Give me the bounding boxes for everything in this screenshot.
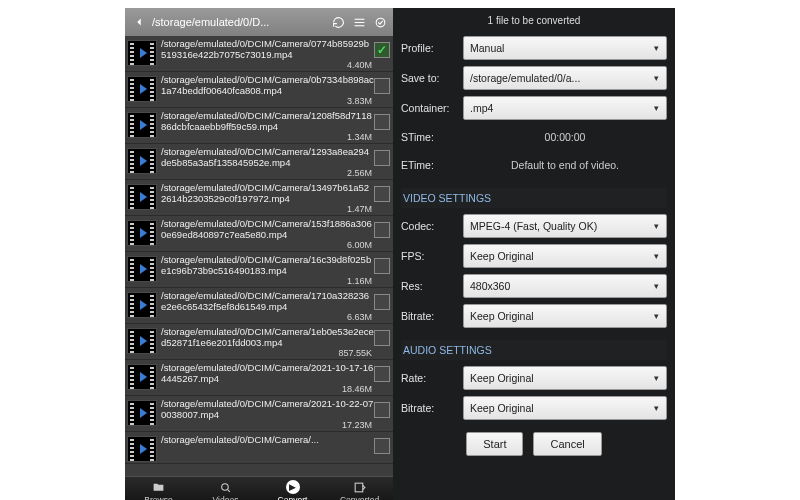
abitrate-label: Bitrate: xyxy=(401,402,457,414)
file-size: 1.47M xyxy=(161,204,374,214)
file-name: /storage/emulated/0/DCIM/Camera/1208f58d… xyxy=(161,110,374,132)
file-row[interactable]: /storage/emulated/0/DCIM/Camera/1293a8ea… xyxy=(125,144,393,180)
file-checkbox[interactable]: ✓ xyxy=(374,42,390,58)
svg-point-3 xyxy=(376,18,385,27)
file-checkbox[interactable] xyxy=(374,114,390,130)
file-size: 2.56M xyxy=(161,168,374,178)
file-checkbox[interactable] xyxy=(374,258,390,274)
file-list[interactable]: /storage/emulated/0/DCIM/Camera/0774b859… xyxy=(125,36,393,476)
file-browser-panel: /storage/emulated/0/D... /storage/emulat… xyxy=(125,8,393,500)
file-checkbox[interactable] xyxy=(374,150,390,166)
select-all-icon[interactable] xyxy=(371,13,389,31)
file-row[interactable]: /storage/emulated/0/DCIM/Camera/2021-10-… xyxy=(125,396,393,432)
file-checkbox[interactable] xyxy=(374,294,390,310)
file-row[interactable]: /storage/emulated/0/DCIM/Camera/0774b859… xyxy=(125,36,393,72)
back-button[interactable] xyxy=(129,12,149,32)
saveto-label: Save to: xyxy=(401,72,457,84)
codec-label: Codec: xyxy=(401,220,457,232)
refresh-icon[interactable] xyxy=(329,13,347,31)
video-section-header: VIDEO SETTINGS xyxy=(401,188,667,208)
file-checkbox[interactable] xyxy=(374,402,390,418)
video-thumb-icon xyxy=(127,40,157,66)
tab-converted[interactable]: Converted xyxy=(326,477,393,500)
tab-label: Converted xyxy=(340,495,379,501)
file-size: 6.00M xyxy=(161,240,374,250)
file-size: 3.83M xyxy=(161,96,374,106)
video-thumb-icon xyxy=(127,148,157,174)
current-path: /storage/emulated/0/D... xyxy=(152,16,326,28)
tab-label: Convert xyxy=(278,495,308,500)
video-thumb-icon xyxy=(127,220,157,246)
file-checkbox[interactable] xyxy=(374,438,390,454)
fps-select[interactable]: Keep Original xyxy=(463,244,667,268)
svg-rect-0 xyxy=(354,18,364,19)
video-thumb-icon xyxy=(127,436,157,462)
video-thumb-icon xyxy=(127,364,157,390)
res-select[interactable]: 480x360 xyxy=(463,274,667,298)
file-checkbox[interactable] xyxy=(374,186,390,202)
tab-convert[interactable]: ▶ Convert xyxy=(259,477,326,500)
file-name: /storage/emulated/0/DCIM/Camera/0774b859… xyxy=(161,38,374,60)
convert-settings-panel: 1 file to be converted Profile: Manual S… xyxy=(393,8,675,500)
bottom-nav: Browse Videos ▶ Convert Converted xyxy=(125,476,393,500)
svg-rect-1 xyxy=(354,21,364,22)
vbitrate-select[interactable]: Keep Original xyxy=(463,304,667,328)
file-checkbox[interactable] xyxy=(374,222,390,238)
convert-heading: 1 file to be converted xyxy=(401,12,667,36)
container-label: Container: xyxy=(401,102,457,114)
fps-label: FPS: xyxy=(401,250,457,262)
file-checkbox[interactable] xyxy=(374,330,390,346)
menu-icon[interactable] xyxy=(350,13,368,31)
start-button[interactable]: Start xyxy=(466,432,523,456)
file-size: 6.63M xyxy=(161,312,374,322)
container-select[interactable]: .mp4 xyxy=(463,96,667,120)
file-name: /storage/emulated/0/DCIM/Camera/1eb0e53e… xyxy=(161,326,374,348)
file-row[interactable]: /storage/emulated/0/DCIM/Camera/16c39d8f… xyxy=(125,252,393,288)
stime-label: STime: xyxy=(401,131,457,143)
file-size: 1.16M xyxy=(161,276,374,286)
video-thumb-icon xyxy=(127,400,157,426)
file-checkbox[interactable] xyxy=(374,366,390,382)
abitrate-select[interactable]: Keep Original xyxy=(463,396,667,420)
tab-label: Browse xyxy=(144,495,172,501)
video-thumb-icon xyxy=(127,292,157,318)
file-row[interactable]: /storage/emulated/0/DCIM/Camera/1eb0e53e… xyxy=(125,324,393,360)
svg-rect-5 xyxy=(355,483,363,492)
rate-label: Rate: xyxy=(401,372,457,384)
file-name: /storage/emulated/0/DCIM/Camera/2021-10-… xyxy=(161,398,374,420)
file-row[interactable]: /storage/emulated/0/DCIM/Camera/13497b61… xyxy=(125,180,393,216)
file-row[interactable]: /storage/emulated/0/DCIM/Camera/0b7334b8… xyxy=(125,72,393,108)
file-size: 17.23M xyxy=(161,420,374,430)
file-checkbox[interactable] xyxy=(374,78,390,94)
etime-field[interactable]: Default to end of video. xyxy=(463,154,667,176)
svg-point-4 xyxy=(222,483,229,490)
file-size: 4.40M xyxy=(161,60,374,70)
video-thumb-icon xyxy=(127,256,157,282)
cancel-button[interactable]: Cancel xyxy=(533,432,601,456)
svg-rect-2 xyxy=(354,25,364,26)
file-size: 1.34M xyxy=(161,132,374,142)
file-row[interactable]: /storage/emulated/0/DCIM/Camera/... xyxy=(125,432,393,464)
video-thumb-icon xyxy=(127,112,157,138)
tab-browse[interactable]: Browse xyxy=(125,477,192,500)
codec-select[interactable]: MPEG-4 (Fast, Quality OK) xyxy=(463,214,667,238)
file-name: /storage/emulated/0/DCIM/Camera/2021-10-… xyxy=(161,362,374,384)
file-row[interactable]: /storage/emulated/0/DCIM/Camera/1710a328… xyxy=(125,288,393,324)
file-name: /storage/emulated/0/DCIM/Camera/... xyxy=(161,434,374,445)
stime-field[interactable]: 00:00:00 xyxy=(463,126,667,148)
file-row[interactable]: /storage/emulated/0/DCIM/Camera/1208f58d… xyxy=(125,108,393,144)
res-label: Res: xyxy=(401,280,457,292)
tab-videos[interactable]: Videos xyxy=(192,477,259,500)
tab-label: Videos xyxy=(213,495,239,501)
audio-section-header: AUDIO SETTINGS xyxy=(401,340,667,360)
file-row[interactable]: /storage/emulated/0/DCIM/Camera/2021-10-… xyxy=(125,360,393,396)
saveto-select[interactable]: /storage/emulated/0/a... xyxy=(463,66,667,90)
etime-label: ETime: xyxy=(401,159,457,171)
video-thumb-icon xyxy=(127,76,157,102)
profile-select[interactable]: Manual xyxy=(463,36,667,60)
file-name: /storage/emulated/0/DCIM/Camera/153f1886… xyxy=(161,218,374,240)
file-row[interactable]: /storage/emulated/0/DCIM/Camera/153f1886… xyxy=(125,216,393,252)
rate-select[interactable]: Keep Original xyxy=(463,366,667,390)
file-name: /storage/emulated/0/DCIM/Camera/1293a8ea… xyxy=(161,146,374,168)
file-name: /storage/emulated/0/DCIM/Camera/0b7334b8… xyxy=(161,74,374,96)
